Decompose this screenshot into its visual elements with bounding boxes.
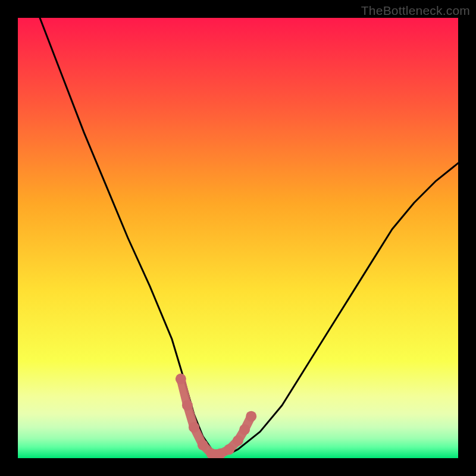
chart-frame (18, 18, 458, 458)
highlight-dot (246, 411, 256, 422)
highlight-dot (198, 440, 208, 450)
watermark-text: TheBottleneck.com (361, 4, 470, 18)
highlight-dot (239, 424, 250, 435)
bottleneck-plot (18, 18, 458, 458)
highlight-dot (189, 422, 199, 433)
highlight-dot (233, 435, 243, 446)
highlight-dot (176, 374, 186, 384)
highlight-dot (224, 444, 234, 455)
gradient-background (18, 18, 458, 458)
highlight-dot (182, 400, 193, 411)
